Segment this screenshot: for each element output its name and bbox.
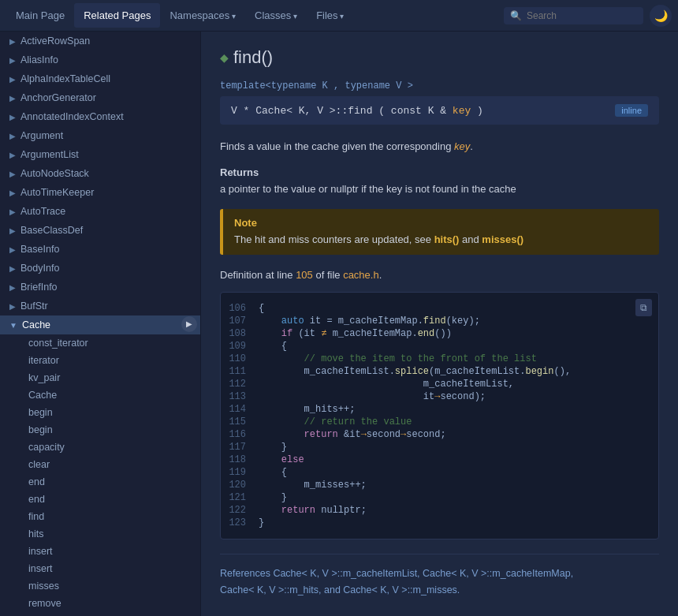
note-box: Note The hit and miss counters are updat…: [220, 209, 659, 256]
sidebar-subitem-insert-2[interactable]: insert: [0, 560, 200, 577]
copy-button[interactable]: ⧉: [635, 299, 652, 316]
code-line-115: 115 // return the value: [221, 416, 658, 428]
arrow-icon: ▶: [9, 226, 16, 235]
function-title: ◆ find(): [220, 47, 659, 68]
sidebar-item-baseinfo[interactable]: ▶ BaseInfo: [0, 240, 200, 259]
sidebar-item-briefinfo[interactable]: ▶ BriefInfo: [0, 278, 200, 297]
search-icon: 🔍: [510, 10, 522, 21]
code-line-114: 114 m_hits++;: [221, 403, 658, 416]
code-line-107: 107 auto it = m_cacheItemMap.find(key);: [221, 315, 658, 327]
code-text: }: [259, 442, 287, 453]
sidebar-subitem-iterator[interactable]: iterator: [0, 352, 200, 369]
sidebar-item-bufstr[interactable]: ▶ BufStr: [0, 297, 200, 315]
line-num: 119: [221, 467, 259, 478]
arrow-icon: ▶: [9, 113, 16, 121]
top-nav: Main Page Related Pages Namespaces Class…: [0, 0, 678, 32]
sidebar-item-cache[interactable]: ▼ Cache: [0, 315, 200, 334]
line-num: 108: [221, 328, 259, 339]
sidebar-item-alphaindextablecell[interactable]: ▶ AlphaIndexTableCell: [0, 69, 200, 88]
description-text: Finds a value in the cache given the cor…: [220, 139, 659, 155]
code-text: else: [259, 454, 304, 465]
sidebar-subitem-remove[interactable]: remove: [0, 595, 200, 612]
sidebar-item-autotimekeeper[interactable]: ▶ AutoTimeKeeper: [0, 183, 200, 202]
line-num: 123: [221, 517, 259, 528]
code-text: return nullptr;: [259, 505, 367, 516]
sidebar-item-autotrace[interactable]: ▶ AutoTrace: [0, 202, 200, 221]
code-line-117: 117 }: [221, 441, 658, 454]
code-line-113: 113 it→second);: [221, 390, 658, 403]
code-line-111: 111 m_cacheItemList.splice(m_cacheItemLi…: [221, 365, 658, 378]
nav-classes[interactable]: Classes: [245, 3, 307, 28]
inline-badge: inline: [615, 104, 648, 117]
sidebar-subitem-end-1[interactable]: end: [0, 473, 200, 491]
def-line-number: 105: [296, 269, 313, 281]
sidebar-item-activerowspan[interactable]: ▶ ActiveRowSpan: [0, 32, 200, 50]
sidebar-subitem-begin-1[interactable]: begin: [0, 404, 200, 421]
line-num: 116: [221, 429, 259, 440]
returns-description: a pointer to the value or nullptr if the…: [220, 181, 659, 198]
sidebar-item-argument[interactable]: ▶ Argument: [0, 126, 200, 145]
nav-main-page[interactable]: Main Page: [6, 3, 74, 28]
arrow-icon: ▶: [9, 245, 16, 254]
code-line-123: 123 }: [221, 517, 658, 529]
def-file-name: cache.h: [343, 269, 379, 281]
sidebar-subitem-end-2[interactable]: end: [0, 491, 200, 508]
arrow-icon: ▶: [9, 132, 16, 140]
nav-related-pages[interactable]: Related Pages: [74, 3, 160, 28]
sidebar-subitem-insert-1[interactable]: insert: [0, 543, 200, 560]
sidebar-subitem-kv-pair[interactable]: kv_pair: [0, 369, 200, 386]
line-num: 106: [221, 303, 259, 314]
theme-toggle-button[interactable]: 🌙: [650, 5, 672, 27]
code-text: it→second);: [259, 391, 486, 402]
code-text: // return the value: [259, 416, 412, 427]
sidebar-scroll-right[interactable]: ▶: [181, 316, 197, 332]
code-line-122: 122 return nullptr;: [221, 504, 658, 517]
sidebar-subitem-cache-fn[interactable]: Cache: [0, 386, 200, 404]
references-section: References Cache< K, V >::m_cacheItemLis…: [220, 554, 659, 599]
sidebar-subitem-misses[interactable]: misses: [0, 577, 200, 595]
arrow-icon: ▶: [9, 189, 16, 197]
code-text: auto it = m_cacheItemMap.find(key);: [259, 315, 480, 327]
code-block: ⧉ 106 { 107 auto it = m_cacheItemMap.fin…: [220, 292, 659, 539]
arrow-icon: ▶: [9, 207, 16, 216]
arrow-icon: ▶: [9, 151, 16, 159]
hits-ref: hits(): [434, 233, 460, 245]
line-num: 117: [221, 442, 259, 453]
sidebar-item-annotatedindexcontext[interactable]: ▶ AnnotatedIndexContext: [0, 107, 200, 126]
function-signature: V * Cache< K, V >::find ( const K & key …: [220, 96, 659, 125]
nav-files[interactable]: Files: [307, 3, 353, 28]
arrow-icon: ▶: [9, 264, 16, 273]
code-line-108: 108 if (it ≠ m_cacheItemMap.end()): [221, 327, 658, 340]
search-input[interactable]: [527, 10, 637, 21]
sidebar-subitem-capacity[interactable]: capacity: [0, 439, 200, 456]
sidebar-item-baseclassdef[interactable]: ▶ BaseClassDef: [0, 221, 200, 240]
code-text: return &it→second→second;: [259, 429, 446, 440]
sidebar-item-autonodestack[interactable]: ▶ AutoNodeStack: [0, 164, 200, 183]
code-text: // move the item to the front of the lis…: [259, 353, 537, 364]
code-text: m_hits++;: [259, 404, 355, 415]
nav-namespaces[interactable]: Namespaces: [160, 3, 245, 28]
sidebar-item-aliasinfo[interactable]: ▶ AliasInfo: [0, 50, 200, 69]
returns-label: Returns: [220, 166, 659, 178]
note-title: Note: [234, 217, 648, 229]
key-italic: key: [454, 140, 470, 152]
sidebar-item-bodyinfo[interactable]: ▶ BodyInfo: [0, 259, 200, 278]
code-line-121: 121 }: [221, 491, 658, 504]
sidebar-subitem-hits[interactable]: hits: [0, 525, 200, 543]
sidebar-item-anchorgenerator[interactable]: ▶ AnchorGenerator: [0, 88, 200, 107]
line-num: 107: [221, 315, 259, 327]
line-num: 114: [221, 404, 259, 415]
content-area: ◆ find() template<typename K , typename …: [201, 32, 678, 616]
code-line-120: 120 m_misses++;: [221, 479, 658, 491]
arrow-icon: ▶: [9, 56, 16, 65]
sidebar-item-argumentlist[interactable]: ▶ ArgumentList: [0, 145, 200, 164]
sidebar-subitem-clear[interactable]: clear: [0, 456, 200, 473]
arrow-icon: ▶: [9, 75, 16, 84]
code-text: m_cacheItemList,: [259, 379, 514, 390]
arrow-expanded-icon: ▼: [9, 321, 17, 330]
sidebar-subitem-find[interactable]: find: [0, 508, 200, 525]
search-box: 🔍: [504, 7, 643, 24]
sidebar-subitem-begin-2[interactable]: begin: [0, 421, 200, 439]
line-num: 113: [221, 391, 259, 402]
sidebar-subitem-const-iterator[interactable]: const_iterator: [0, 334, 200, 352]
